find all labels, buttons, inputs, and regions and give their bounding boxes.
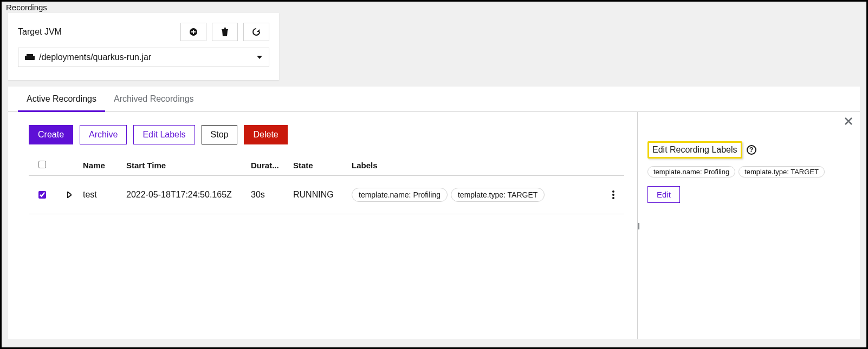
select-all-checkbox[interactable] bbox=[38, 161, 46, 168]
trash-icon bbox=[221, 28, 229, 36]
recordings-card: Active Recordings Archived Recordings Cr… bbox=[8, 87, 860, 339]
delete-button[interactable]: Delete bbox=[244, 125, 287, 144]
row-kebab-menu[interactable] bbox=[603, 190, 624, 199]
add-target-button[interactable] bbox=[180, 23, 206, 41]
label-chip: template.type: TARGET bbox=[739, 166, 825, 177]
svg-rect-6 bbox=[27, 54, 33, 56]
row-duration: 30s bbox=[251, 190, 293, 200]
tabs: Active Recordings Archived Recordings bbox=[8, 87, 860, 112]
panel-label-chips: template.name: Profiling template.type: … bbox=[647, 166, 850, 177]
table-header: Name Start Time Durat... State Labels bbox=[29, 155, 624, 176]
row-expand-toggle[interactable] bbox=[56, 192, 83, 198]
refresh-icon bbox=[252, 28, 261, 36]
svg-point-7 bbox=[612, 190, 614, 193]
tab-archived-recordings[interactable]: Archived Recordings bbox=[105, 87, 203, 111]
label-chip: template.name: Profiling bbox=[352, 188, 448, 202]
svg-rect-5 bbox=[25, 56, 35, 60]
col-header-start: Start Time bbox=[126, 161, 251, 170]
target-jvm-select[interactable]: /deployments/quarkus-run.jar bbox=[18, 48, 269, 67]
edit-labels-button[interactable]: Edit Labels bbox=[133, 125, 195, 144]
container-icon bbox=[25, 54, 35, 61]
label-chip: template.type: TARGET bbox=[451, 188, 545, 202]
archive-button[interactable]: Archive bbox=[80, 125, 127, 144]
edit-labels-panel: Edit Recording Labels ? template.name: P… bbox=[638, 112, 860, 339]
kebab-icon bbox=[612, 190, 614, 199]
table-row: test 2022-05-18T17:24:50.165Z 30s RUNNIN… bbox=[29, 176, 624, 214]
col-header-name: Name bbox=[83, 161, 126, 170]
create-button[interactable]: Create bbox=[29, 125, 73, 144]
col-header-labels: Labels bbox=[352, 161, 603, 170]
svg-rect-4 bbox=[224, 28, 226, 29]
svg-rect-2 bbox=[191, 31, 196, 32]
close-panel-button[interactable] bbox=[845, 117, 852, 125]
panel-edit-button[interactable]: Edit bbox=[647, 186, 680, 203]
target-jvm-label: Target JVM bbox=[18, 27, 62, 37]
row-labels: template.name: Profiling template.type: … bbox=[352, 188, 603, 202]
svg-point-8 bbox=[612, 194, 614, 196]
page-title: Recordings bbox=[2, 2, 866, 13]
refresh-target-button[interactable] bbox=[243, 23, 269, 41]
col-header-state: State bbox=[293, 161, 352, 170]
app-frame: Recordings Target JVM /deployments/quark… bbox=[0, 0, 868, 349]
col-header-duration: Durat... bbox=[251, 161, 293, 170]
row-name: test bbox=[83, 190, 126, 200]
panel-title: Edit Recording Labels bbox=[647, 141, 742, 159]
stop-button[interactable]: Stop bbox=[202, 125, 238, 144]
row-state: RUNNING bbox=[293, 190, 352, 200]
caret-down-icon bbox=[257, 56, 262, 59]
row-checkbox[interactable] bbox=[38, 191, 46, 199]
chevron-right-icon bbox=[67, 192, 72, 198]
row-start-time: 2022-05-18T17:24:50.165Z bbox=[126, 190, 251, 200]
help-icon[interactable]: ? bbox=[747, 145, 756, 155]
svg-rect-3 bbox=[222, 29, 228, 30]
label-chip: template.name: Profiling bbox=[647, 166, 735, 177]
target-jvm-selected-value: /deployments/quarkus-run.jar bbox=[39, 52, 151, 62]
svg-point-9 bbox=[612, 197, 614, 199]
recordings-list-pane: Create Archive Edit Labels Stop Delete N… bbox=[8, 112, 638, 339]
close-icon bbox=[845, 117, 852, 125]
delete-target-button[interactable] bbox=[212, 23, 238, 41]
recordings-table: Name Start Time Durat... State Labels te… bbox=[29, 155, 624, 214]
toolbar: Create Archive Edit Labels Stop Delete bbox=[29, 125, 624, 144]
target-jvm-card: Target JVM /deployments/quarkus-run.jar bbox=[8, 13, 279, 80]
tab-active-recordings[interactable]: Active Recordings bbox=[18, 87, 105, 111]
plus-circle-icon bbox=[189, 28, 198, 36]
